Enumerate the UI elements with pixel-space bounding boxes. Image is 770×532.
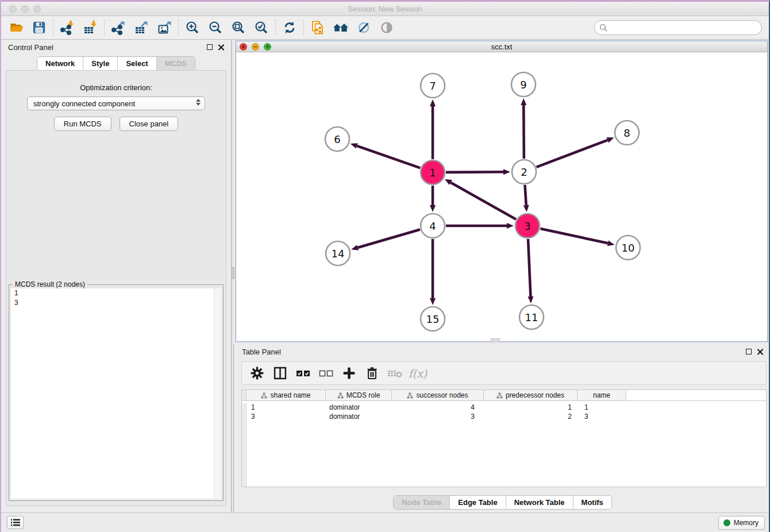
row-header-corner [242,390,247,400]
delete-table-icon[interactable] [384,364,405,383]
cell-successor-nodes[interactable]: 3 [392,413,484,422]
table-row[interactable]: 1 dominator 4 1 1 [242,403,766,413]
optimization-criterion-label: Optimization criterion: [6,83,226,92]
horizontal-splitter-handle[interactable] [491,338,500,342]
open-file-icon[interactable] [5,18,28,37]
add-column-icon[interactable] [338,364,359,383]
close-panel-icon[interactable] [218,44,224,51]
titlebar: Session: New Session [1,2,769,16]
first-neighbors-icon[interactable] [329,18,352,37]
save-session-icon[interactable] [28,18,51,37]
tab-select[interactable]: Select [118,57,156,70]
control-panel: Control Panel Network Style Select MCDS … [1,40,231,514]
application-window: Session: New Session [0,0,770,532]
tab-style[interactable]: Style [83,57,118,70]
search-icon [599,24,608,32]
delete-columns-icon[interactable] [361,364,382,383]
graph-edge-2-8[interactable] [537,140,608,167]
refresh-view-icon[interactable] [278,18,301,37]
cell-successor-nodes[interactable]: 4 [392,403,484,413]
network-window-titlebar[interactable]: scc.txt [236,41,767,52]
zoom-out-icon[interactable] [204,18,227,37]
criterion-dropdown[interactable]: strongly connected component [27,97,205,110]
equation-builder-icon[interactable]: f(x) [407,364,428,383]
close-panel-button[interactable]: Close panel [120,117,179,131]
main-toolbar [1,16,769,40]
cell-name[interactable]: 3 [578,413,626,422]
tab-motifs[interactable]: Motifs [573,496,611,509]
select-all-rows-icon[interactable] [292,364,313,383]
fit-content-icon[interactable] [227,18,250,37]
table-options-icon[interactable] [247,364,267,383]
deselect-all-rows-icon[interactable] [315,364,336,383]
column-label: MCDS role [346,391,380,399]
cell-shared-name[interactable]: 1 [247,403,326,413]
import-network-icon[interactable] [56,18,79,37]
float-panel-icon[interactable] [207,44,213,50]
memory-label: Memory [734,519,759,527]
graph-edge-1-6[interactable] [357,146,420,168]
cell-name[interactable]: 1 [578,403,626,413]
tab-node-table[interactable]: Node Table [394,496,450,509]
graph-node-label: 7 [429,80,436,92]
run-mcds-button[interactable]: Run MCDS [54,117,111,131]
export-image-icon[interactable] [153,18,176,37]
graph-edge-2-9[interactable] [523,105,524,159]
memory-button[interactable]: Memory [718,516,765,530]
network-close-icon[interactable] [240,43,247,51]
graph-edge-3-11[interactable] [528,239,530,296]
cell-shared-name[interactable]: 3 [247,413,326,422]
cell-mcds-role[interactable]: dominator [326,403,392,413]
network-maximize-icon[interactable] [264,43,271,51]
splitter-handle[interactable] [231,267,234,279]
table-row[interactable]: 3 dominator 3 2 3 [242,413,766,422]
column-header-predecessor-nodes[interactable]: predecessor nodes [484,390,578,400]
graph-edge-3-10[interactable] [540,229,607,243]
toggle-graphics-details-icon[interactable] [352,18,375,37]
network-canvas[interactable]: 7968124314101511 [236,52,767,341]
graph-node-label: 6 [334,133,340,145]
close-table-panel-icon[interactable] [757,349,763,355]
column-label: name [593,391,610,399]
graph-edge-2-3[interactable] [525,185,526,205]
graph-edge-1-2[interactable] [446,172,503,172]
zoom-in-icon[interactable] [181,18,204,37]
list-icon [11,519,20,526]
clone-network-icon[interactable] [306,18,329,37]
tab-edge-table[interactable]: Edge Table [450,496,506,509]
search-input[interactable] [594,20,762,35]
graph-node-label: 2 [521,166,527,178]
graph-node-label: 10 [622,242,635,254]
column-namespace-icon [407,392,413,399]
import-table-icon[interactable] [79,18,102,37]
network-window-title: scc.txt [236,43,767,51]
graph-edge-4-14[interactable] [358,229,420,248]
float-table-panel-icon[interactable] [746,349,752,354]
column-header-successor-nodes[interactable]: successor nodes [392,390,484,400]
tab-network[interactable]: Network [37,57,83,70]
tab-network-table[interactable]: Network Table [506,496,573,509]
column-header-mcds-role[interactable]: MCDS role [326,390,392,400]
cell-mcds-role[interactable]: dominator [326,413,392,422]
column-header-name[interactable]: name [578,390,626,400]
tab-mcds[interactable]: MCDS [157,57,195,70]
criterion-dropdown-value: strongly connected component [33,99,135,108]
cell-predecessor-nodes[interactable]: 2 [484,413,578,422]
graph-edge-3-1[interactable] [451,183,516,219]
show-column-icon[interactable] [270,364,290,383]
export-network-icon[interactable] [107,18,130,37]
result-scrollbar[interactable] [214,288,221,499]
toolbar-separator [303,19,304,36]
graph-node-label: 11 [525,311,538,323]
column-header-shared-name[interactable]: shared name [247,390,326,400]
cell-predecessor-nodes[interactable]: 1 [484,403,578,413]
node-table: shared name MCDS role successor nodes pr… [241,390,767,487]
show-hide-graphics-icon[interactable] [375,18,398,37]
mcds-result-textarea[interactable]: 1 3 [11,288,221,499]
zoom-selected-icon[interactable] [250,18,273,37]
table-header-row: shared name MCDS role successor nodes pr… [242,390,766,401]
show-task-history-button[interactable] [7,516,24,529]
graph-node-label: 14 [332,248,345,260]
network-minimize-icon[interactable] [252,43,259,51]
export-table-icon[interactable] [130,18,153,37]
